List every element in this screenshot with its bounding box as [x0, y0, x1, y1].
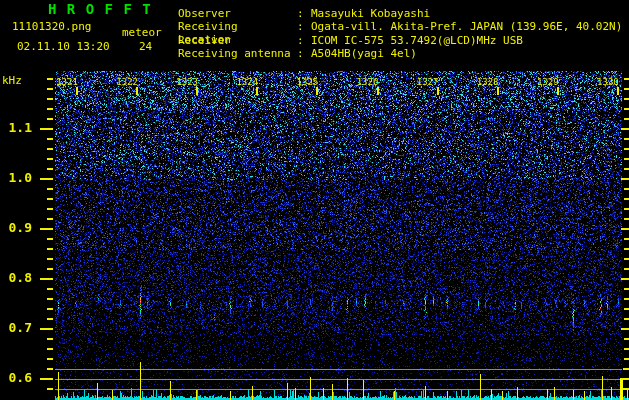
info-separator: : [297, 7, 311, 20]
info-label: Receiving antenna [178, 47, 297, 60]
time-tick-label: 1321 [51, 77, 83, 87]
time-tick-label: 1329 [532, 77, 564, 87]
freq-tick-label: 1.1 [2, 120, 32, 135]
info-separator: : [297, 20, 311, 33]
info-row-antenna: Receiving antenna:A504HB(yagi 4el) [178, 47, 622, 60]
freq-tick-label: 0.7 [2, 320, 32, 335]
time-tick-label: 1322 [111, 77, 143, 87]
freq-tick-label: 1.0 [2, 170, 32, 185]
frequency-unit-label: kHz [2, 75, 22, 87]
station-info: Observer:Masayuki Kobayashi Receiving Lo… [178, 7, 622, 61]
hrofft-screen: H R O F F T 11101320.png meteor 02.11.10… [0, 0, 629, 400]
info-label: Receiver [178, 34, 297, 47]
freq-tick-label: 0.9 [2, 220, 32, 235]
info-row-receiver: Receiver:ICOM IC-575 53.7492(@LCD)MHz US… [178, 34, 622, 47]
info-separator: : [297, 34, 311, 47]
time-tick-label: 1328 [472, 77, 504, 87]
time-tick-label: 1325 [291, 77, 323, 87]
time-tick-label: 1324 [231, 77, 263, 87]
time-tick-label: 1326 [352, 77, 384, 87]
echo-count: 24 [139, 41, 152, 53]
freq-tick-label: 0.6 [2, 370, 32, 385]
info-row-observer: Observer:Masayuki Kobayashi [178, 7, 622, 20]
filename-label: 11101320.png [12, 21, 91, 33]
time-tick-label: 1323 [171, 77, 203, 87]
info-row-location: Receiving Location:Ogata-vill. Akita-Pre… [178, 20, 622, 33]
info-value: Ogata-vill. Akita-Pref. JAPAN (139.96E, … [311, 20, 622, 33]
datetime-label: 02.11.10 13:20 [17, 41, 110, 53]
mode-label: meteor [122, 27, 162, 39]
time-tick-label: 1330 [592, 77, 624, 87]
app-title: H R O F F T [48, 2, 152, 17]
info-separator: : [297, 47, 311, 60]
time-tick-label: 1327 [412, 77, 444, 87]
freq-tick-label: 0.8 [2, 270, 32, 285]
info-value: A504HB(yagi 4el) [311, 47, 417, 60]
info-value: Masayuki Kobayashi [311, 7, 430, 20]
info-value: ICOM IC-575 53.7492(@LCD)MHz USB [311, 34, 523, 47]
info-label: Observer [178, 7, 297, 20]
